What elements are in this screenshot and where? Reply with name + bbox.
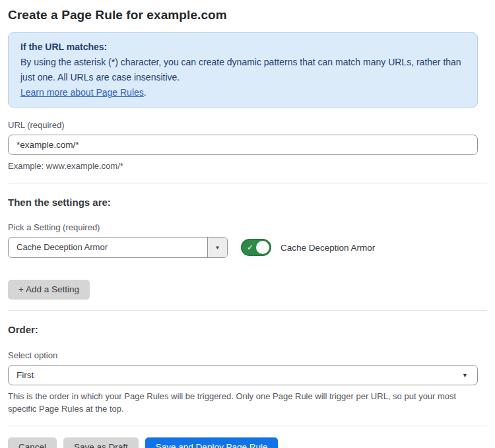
divider [8,426,487,426]
url-match-info-box: If the URL matches: By using the asteris… [8,32,478,108]
setting-dropdown-value: Cache Deception Armor [9,238,207,257]
setting-row: Cache Deception Armor ▼ ✓ Cache Deceptio… [8,237,478,258]
learn-more-link[interactable]: Learn more about Page Rules [20,87,144,98]
toggle-knob [256,241,269,254]
chevron-down-icon[interactable]: ▼ [207,238,227,257]
setting-dropdown[interactable]: Cache Deception Armor ▼ [8,237,228,258]
create-page-rule-form: Create a Page Rule for example.com If th… [0,0,495,448]
select-option-label: Select option [8,350,478,361]
divider [8,310,487,311]
info-box-link-line: Learn more about Page Rules. [20,85,465,100]
order-select-value: First [16,370,34,380]
pick-setting-label: Pick a Setting (required) [8,222,478,233]
save-deploy-button[interactable]: Save and Deploy Page Rule [145,437,279,448]
url-example-helper: Example: www.example.com/* [8,160,478,172]
info-box-heading: If the URL matches: [20,40,465,55]
footer-actions: Cancel Save as Draft Save and Deploy Pag… [8,437,478,448]
order-select[interactable]: First ▼ [8,365,478,385]
toggle-label: Cache Deception Armor [280,243,375,253]
chevron-down-icon: ▼ [462,372,468,379]
info-box-body: By using the asterisk (*) character, you… [20,55,465,85]
order-helper-text: This is the order in which your Page Rul… [8,390,478,415]
cache-deception-armor-toggle[interactable]: ✓ [241,239,271,256]
order-heading: Order: [8,323,478,336]
link-period: . [144,87,147,98]
settings-heading: Then the settings are: [8,196,478,208]
add-setting-button[interactable]: + Add a Setting [8,280,90,300]
cancel-button[interactable]: Cancel [8,437,57,448]
divider [8,183,487,183]
check-icon: ✓ [247,243,253,251]
save-draft-button[interactable]: Save as Draft [63,437,139,448]
page-title: Create a Page Rule for example.com [8,7,478,24]
url-label: URL (required) [8,120,478,131]
url-input[interactable] [8,135,478,155]
